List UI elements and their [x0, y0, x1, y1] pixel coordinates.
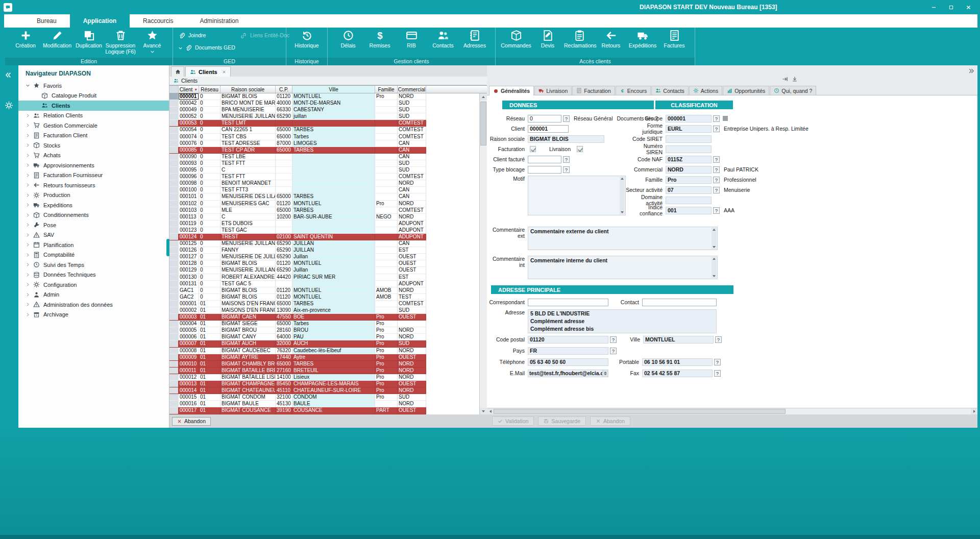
client-input[interactable]: 000001: [528, 125, 569, 133]
sidebar-item-relation-clients[interactable]: Relation Clients: [18, 111, 169, 121]
motif-textarea[interactable]: [528, 176, 626, 215]
tab-opportunites[interactable]: Opportunités: [723, 86, 769, 95]
menu-tab-administration[interactable]: Administration: [186, 14, 252, 28]
ribbon-button-historique[interactable]: Historique: [291, 29, 322, 49]
table-row[interactable]: 00000401BIGMAT SIEGE65000TarbesPro: [169, 321, 479, 327]
table-row[interactable]: 0000420BRICO MONT DE MARSA40000MONT-DE-M…: [169, 100, 479, 107]
adresse-line2[interactable]: Complément adresse: [528, 317, 716, 325]
column-header-raison-sociale[interactable]: Raison sociale: [220, 86, 276, 93]
table-row[interactable]: 00001501BIGMAT CONDOM32100CONDOMProSUD: [169, 394, 479, 401]
sidebar-item-facturation-fournisseur[interactable]: Facturation Fournisseur: [18, 170, 169, 181]
correspondant-input[interactable]: [528, 299, 608, 306]
ville-help-button[interactable]: ?: [715, 336, 722, 343]
contact-input[interactable]: [642, 299, 717, 306]
ribbon-button-creation[interactable]: Création: [10, 29, 41, 56]
ribbon-button-delais[interactable]: Délais: [333, 29, 363, 49]
tab-livraison[interactable]: Livraison: [534, 86, 572, 95]
menu-tab-application[interactable]: Application: [70, 14, 130, 28]
table-row[interactable]: 0001190ETS DUBOISADUPONT: [169, 220, 479, 227]
table-row[interactable]: 0000010BIGMAT BLOIS01120MONTLUELProNORD: [169, 93, 479, 100]
sidebar-item-archivage[interactable]: Archivage: [18, 310, 169, 320]
ribbon-button-factures[interactable]: Factures: [659, 29, 690, 49]
minimize-button[interactable]: [929, 3, 938, 12]
table-row[interactable]: 00000101MAISONS D'EN FRANCE65000TARBESCO…: [169, 301, 479, 307]
sidebar-item-approvisionnements[interactable]: Approvisionnements: [18, 160, 169, 170]
abandon-button[interactable]: Abandon: [172, 417, 211, 426]
domaine-activite-input[interactable]: [666, 197, 712, 204]
portable-help-button[interactable]: ?: [714, 359, 721, 365]
client-facture-input[interactable]: [528, 156, 561, 163]
sidebar-item-catalogue-produit[interactable]: Catalogue Produit: [18, 91, 169, 101]
table-row[interactable]: 0000740TEST CBS65000TarbesCOMTEST: [169, 134, 479, 140]
code-naf-help-button[interactable]: ?: [713, 156, 720, 163]
email-input[interactable]: test@test.fr,fhoubert@elcia.co: [528, 370, 608, 377]
scroll-up-button[interactable]: [480, 93, 487, 100]
table-row[interactable]: 0000760TEST ADRESSE87000LIMOGESCAN: [169, 140, 479, 147]
commentaire-int-textarea[interactable]: Commentaire interne du client: [528, 256, 718, 279]
ribbon-button-adresses[interactable]: Adresses: [459, 29, 490, 49]
livraison-checkbox[interactable]: [577, 146, 583, 152]
table-row[interactable]: 0001290MENUISERIE JUILLANAIS65290Juillan…: [169, 267, 479, 274]
table-row[interactable]: 00000801BIGMAT CAUDEBEC76320Caudebec-lès…: [169, 348, 479, 354]
adresse-input[interactable]: 5 BLD DE L'INDUSTRIE Complément adresse …: [528, 309, 717, 333]
type-blocage-help-button[interactable]: ?: [563, 166, 570, 173]
tab-encours[interactable]: €Encours: [616, 86, 651, 95]
horizontal-scrollbar[interactable]: [487, 408, 977, 414]
famille-help-button[interactable]: ?: [713, 177, 720, 183]
sidebar-item-planification[interactable]: Planification: [18, 240, 169, 250]
table-row[interactable]: 0001280BIGMAT BLOIS01120MONTLUELOUEST: [169, 260, 479, 267]
table-row[interactable]: 0000900TEST LBECAN: [169, 154, 479, 160]
sidebar-item-expeditions[interactable]: Expéditions: [18, 200, 169, 210]
code-naf-input[interactable]: 0115Z: [666, 156, 712, 163]
sidebar-item-administration-des-donnees[interactable]: Administration des données: [18, 300, 169, 310]
table-row[interactable]: 0000540CAN 22265 165000TARBESCOMTEST: [169, 127, 479, 133]
portable-input[interactable]: 06 10 56 91 01: [642, 358, 713, 366]
table-row[interactable]: 0001010MENUISERIE DES LILAS65000TARBESCA…: [169, 193, 479, 200]
settings-gear-button[interactable]: [5, 101, 13, 112]
table-row[interactable]: 0001240TREST02100SAINT QUENTINADUPONT: [169, 234, 479, 240]
raison-sociale-input[interactable]: BIGMAT BLOIS: [528, 135, 604, 143]
scroll-down-icon[interactable]: [621, 211, 624, 213]
sidebar-item-retours-fournisseurs[interactable]: Retours fournisseurs: [18, 180, 169, 190]
table-row[interactable]: 0001300ROBERT ALEXANDRE E44420PIRIAC SUR…: [169, 274, 479, 281]
sidebar-item-conditionnements[interactable]: Conditionnements: [18, 210, 169, 220]
telephone-input[interactable]: 05 63 40 50 60: [528, 358, 608, 366]
table-row[interactable]: 00001701BIGMAT COUSANCE39190COUSANCEPART…: [169, 407, 479, 414]
table-row[interactable]: 00000201MAISONS D'EN FRANCE13090Aix-en-p…: [169, 307, 479, 314]
maximize-button[interactable]: [946, 3, 955, 12]
tab-actions[interactable]: Actions: [689, 86, 722, 95]
code-postal-input[interactable]: 01120: [528, 336, 608, 344]
pin-panel-button[interactable]: [782, 75, 788, 84]
type-blocage-input[interactable]: [528, 166, 561, 174]
table-row[interactable]: 00001301BIGMAT CHAMPAGNE-L85450CHAMPAGNE…: [169, 381, 479, 387]
table-row[interactable]: 00000301BIGMAT CAEN47550BOEProOUEST: [169, 314, 479, 321]
commercial-help-button[interactable]: ?: [713, 166, 720, 173]
collapse-sidebar-button[interactable]: [5, 71, 12, 81]
famille-input[interactable]: Pro: [666, 176, 712, 184]
reseau-input[interactable]: 0: [528, 115, 561, 122]
clients-tab[interactable]: Clients: [185, 66, 231, 77]
sidebar-item-achats[interactable]: Achats: [18, 151, 169, 161]
sidebar-item-comptabilite[interactable]: Comptabilité: [18, 250, 169, 260]
table-row[interactable]: 00000601BIGMAT CANY64000PAUProNORD: [169, 334, 479, 340]
scroll-left-button[interactable]: [487, 408, 494, 414]
ribbon-button-avance[interactable]: Avancé: [137, 29, 167, 56]
indice-confiance-help-button[interactable]: ?: [713, 207, 720, 214]
table-row[interactable]: 0001260FANNY65290JUILLANEST: [169, 247, 479, 254]
home-tab[interactable]: [171, 66, 184, 77]
table-row[interactable]: 0000950CSUD: [169, 167, 479, 174]
table-row[interactable]: 0000980BENOIT MORANDETNORD: [169, 180, 479, 187]
table-row[interactable]: 0001020MENUISERIES GAC01120MONTLUELProNO…: [169, 201, 479, 207]
ribbon-button-expeditions[interactable]: Expéditions: [627, 29, 658, 49]
scroll-right-button[interactable]: [971, 408, 977, 414]
ribbon-button-commandes[interactable]: Commandes: [501, 29, 531, 49]
scroll-down-icon[interactable]: [713, 246, 716, 248]
adresse-line3[interactable]: Complément adresse bis: [528, 325, 716, 333]
ribbon-button-reclamations[interactable]: Reclamations: [564, 29, 595, 49]
table-row[interactable]: 0001000TEST FTT3CAN: [169, 187, 479, 193]
scroll-up-icon[interactable]: [713, 229, 716, 231]
table-row[interactable]: 0001230TEST GACADUPONT: [169, 227, 479, 234]
table-row[interactable]: 00000901BIGMAT AYTRE17440AytreProOUEST: [169, 354, 479, 361]
sidebar-item-gestion-commerciale[interactable]: Gestion Commerciale: [18, 120, 169, 131]
table-row[interactable]: 0000850TEST CP ADR65000TARBESCAN: [169, 147, 479, 154]
